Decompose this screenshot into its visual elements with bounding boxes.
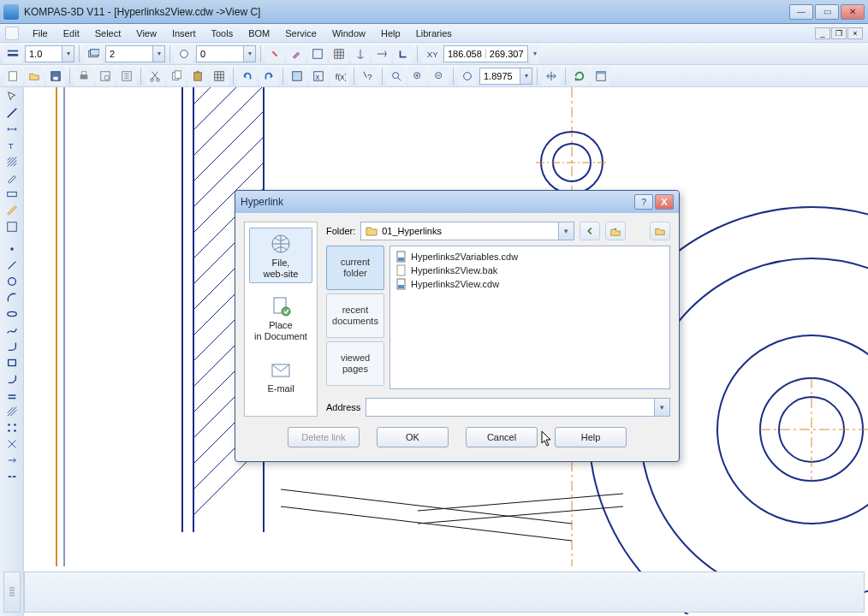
panel-grip[interactable] [3,572,21,613]
combo-arrow[interactable]: ▾ [153,45,165,62]
variables-icon[interactable]: x [309,67,328,86]
snap-v-icon[interactable] [372,44,391,63]
mdi-close[interactable]: × [847,27,863,39]
menu-libraries[interactable]: Libraries [409,26,459,41]
tab-recent-documents[interactable]: recent documents [326,293,384,338]
line-tool-icon[interactable] [3,105,21,121]
dialog-help-button[interactable]: ? [634,194,653,210]
menu-insert[interactable]: Insert [165,26,203,41]
spline-tool-icon[interactable] [3,323,21,338]
segment-tool-icon[interactable] [3,258,21,273]
whatsthis-icon[interactable]: ? [359,67,378,86]
file-list[interactable]: Hyperlinks2Variables.cdw Hyperlinks2View… [389,246,670,389]
category-email[interactable]: E-mail [249,353,312,399]
hatch-tool-icon[interactable] [3,154,21,169]
combo-arrow[interactable]: ▾ [520,68,532,85]
refresh-icon[interactable] [570,67,589,86]
chamfer-tool-icon[interactable] [3,371,21,387]
dimension-tool-icon[interactable] [3,121,21,137]
fillet-tool-icon[interactable] [3,339,21,354]
delete-link-button[interactable]: Delete link [288,427,360,447]
copy-icon[interactable] [167,67,186,86]
dialog-titlebar[interactable]: Hyperlink ? X [235,191,679,213]
category-file-website[interactable]: File, web-site [249,228,312,283]
frame-icon[interactable] [308,44,327,63]
link-icon[interactable] [265,44,284,63]
text-tool-icon[interactable]: T [3,138,21,153]
rect-tool-icon[interactable] [3,355,21,370]
point-tool-icon[interactable] [3,241,21,257]
new-icon[interactable] [3,67,22,86]
print-icon[interactable] [74,67,93,86]
category-place-in-document[interactable]: Place in Document [249,290,312,346]
menu-window[interactable]: Window [325,26,372,41]
grid-icon[interactable] [330,44,348,63]
extend-tool-icon[interactable] [3,453,21,468]
fx-icon[interactable]: f(x) [330,67,349,86]
mdi-doc-icon[interactable] [5,27,19,40]
preview-icon[interactable] [96,67,115,86]
state-combo[interactable] [196,45,244,62]
file-item[interactable]: Hyperlinks2View.cdw [394,277,666,291]
properties-icon[interactable] [117,67,136,86]
ellipse-tool-icon[interactable] [3,306,21,322]
redo-icon[interactable] [259,67,278,86]
dialog-close-button[interactable]: X [655,194,674,210]
open-icon[interactable] [25,67,44,86]
arc-tool-icon[interactable] [3,290,21,305]
undo-icon[interactable] [238,67,257,86]
array-tool-icon[interactable] [3,420,21,435]
zoom-combo[interactable] [479,68,520,85]
help-button[interactable]: Help [555,427,627,447]
measure-tool-icon[interactable] [3,203,21,218]
circle-tool-icon[interactable] [3,274,21,289]
zoom-window-icon[interactable] [387,67,406,86]
table-icon[interactable] [210,67,229,86]
file-item[interactable]: Hyperlinks2View.bak [394,264,666,277]
combo-arrow[interactable]: ▾ [62,45,74,62]
menu-select[interactable]: Select [88,26,128,41]
pan-icon[interactable] [542,67,561,86]
minimize-button[interactable]: — [789,4,813,20]
combo-arrow[interactable]: ▾ [244,45,256,62]
ok-button[interactable]: OK [377,427,449,447]
menu-help[interactable]: Help [374,26,407,41]
paste-icon[interactable] [188,67,207,86]
snap-h-icon[interactable] [351,44,370,63]
combo-arrow-icon[interactable]: ▾ [558,222,574,240]
window-opts-icon[interactable] [592,67,610,86]
menu-tools[interactable]: Tools [204,26,240,41]
layer-combo[interactable] [105,45,153,62]
menu-view[interactable]: View [129,26,163,41]
folder-combo[interactable]: 01_Hyperlinks ▾ [360,222,574,240]
cut-icon[interactable] [146,67,164,86]
library-tool-icon[interactable] [3,219,21,234]
manager-icon[interactable] [288,67,306,86]
linewidth-icon[interactable] [3,44,22,63]
param-tool-icon[interactable] [3,187,21,202]
maximize-button[interactable]: ▭ [815,4,839,20]
menu-service[interactable]: Service [278,26,324,41]
drawing-canvas[interactable]: Hyperlink ? X File, web-site [24,87,868,616]
menu-edit[interactable]: Edit [56,26,86,41]
menu-bom[interactable]: BOM [241,26,276,41]
nav-up-button[interactable] [605,222,626,240]
nav-back-button[interactable] [580,222,600,240]
cancel-button[interactable]: Cancel [466,427,538,447]
close-button[interactable]: ✕ [841,4,865,20]
zoom-in-icon[interactable] [408,67,427,86]
cursor-tool-icon[interactable] [3,89,21,104]
tab-viewed-pages[interactable]: viewed pages [326,341,384,386]
brush-icon[interactable] [287,44,306,63]
offset-tool-icon[interactable] [3,388,21,403]
menu-file[interactable]: File [26,26,55,41]
layer-icon[interactable] [84,44,103,63]
mdi-minimize[interactable]: _ [815,27,830,39]
edit-tool-icon[interactable] [3,170,21,186]
address-input[interactable]: ▾ [366,398,670,417]
file-item[interactable]: Hyperlinks2Variables.cdw [394,250,666,264]
tab-current-folder[interactable]: current folder [326,246,384,290]
state-icon[interactable] [175,44,193,63]
save-icon[interactable] [46,67,65,86]
linewidth-combo[interactable] [25,45,62,62]
